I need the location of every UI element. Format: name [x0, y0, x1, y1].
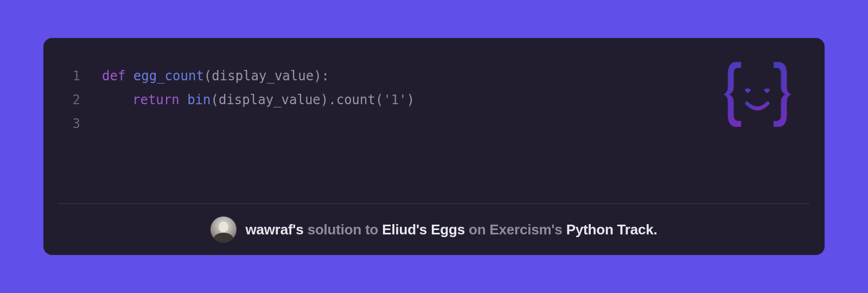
code-line: 2 return bin(display_value).count('1')	[67, 88, 801, 112]
code-line: 3	[67, 112, 801, 136]
line-number: 1	[67, 64, 80, 88]
exercise-name: Eliud's Eggs	[382, 221, 465, 238]
avatar	[210, 216, 237, 243]
attribution-text: wawraf's solution to Eliud's Eggs on Exe…	[245, 221, 657, 238]
line-number: 2	[67, 88, 80, 112]
solution-card: 1 def egg_count(display_value): 2 return…	[43, 38, 825, 255]
username: wawraf's	[245, 221, 303, 238]
code-line: 1 def egg_count(display_value):	[67, 64, 801, 88]
code-content	[80, 112, 102, 136]
code-content: def egg_count(display_value):	[80, 64, 329, 88]
attribution-footer: wawraf's solution to Eliud's Eggs on Exe…	[43, 204, 825, 255]
code-content: return bin(display_value).count('1')	[80, 88, 414, 112]
track-name: Python Track.	[566, 221, 658, 238]
line-number: 3	[67, 112, 80, 136]
code-block: 1 def egg_count(display_value): 2 return…	[43, 64, 825, 203]
